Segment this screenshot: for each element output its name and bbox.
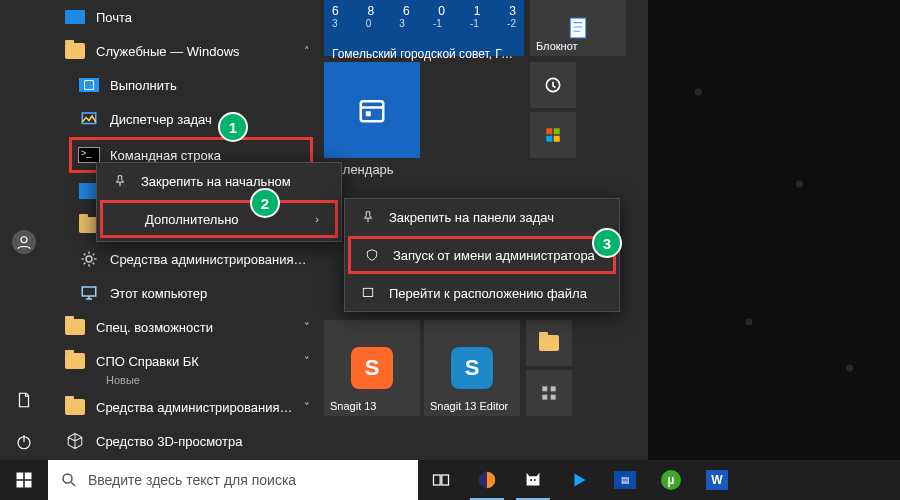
ctx1-more[interactable]: Дополнительно ›: [101, 201, 337, 237]
tile-store[interactable]: [530, 112, 576, 158]
app-3d-label: Средство 3D-просмотра: [96, 434, 310, 449]
ctx1-pin-start[interactable]: Закрепить на начальном: [97, 163, 341, 199]
annotation-badge-1: 1: [218, 112, 248, 142]
svg-rect-21: [363, 288, 372, 296]
svg-rect-22: [17, 473, 24, 480]
taskbar-search-placeholder: Введите здесь текст для поиска: [88, 472, 296, 488]
svg-point-3: [86, 256, 92, 262]
annotation-badge-3: 3: [592, 228, 622, 258]
store-icon: [544, 126, 562, 144]
tile-snagit[interactable]: S Snagit 13: [324, 320, 420, 416]
folder-icon: [65, 399, 85, 415]
svg-point-31: [534, 479, 536, 481]
pc-icon: [80, 284, 98, 302]
app-task-manager[interactable]: Диспетчер задач: [48, 102, 320, 136]
tile-calendar[interactable]: [324, 62, 420, 158]
app-this-pc[interactable]: Этот компьютер: [48, 276, 320, 310]
chevron-down-icon: ˅: [304, 401, 310, 414]
app-3d-viewer[interactable]: Средство 3D-просмотра: [48, 424, 320, 458]
app-admin2-label: Средства администрирования W...: [96, 400, 294, 415]
start-button[interactable]: [0, 460, 48, 500]
taskbar-disk-tool[interactable]: ▤: [602, 460, 648, 500]
app-access-label: Спец. возможности: [96, 320, 294, 335]
app-admin-tools[interactable]: Средства администрирования Win...: [48, 242, 320, 276]
context-menu-1: Закрепить на начальном Дополнительно ›: [96, 162, 342, 242]
folder-icon: [65, 319, 85, 335]
taskmgr-icon: [80, 110, 98, 128]
annotation-badge-2: 2: [250, 188, 280, 218]
app-mail[interactable]: Почта: [48, 0, 320, 34]
svg-rect-4: [82, 287, 96, 296]
app-accessibility[interactable]: Спец. возможности ˅: [48, 310, 320, 344]
clock-icon: [543, 75, 563, 95]
taskbar-utorrent[interactable]: µ: [648, 460, 694, 500]
svg-rect-27: [434, 475, 441, 485]
taskbar-app-cat[interactable]: [510, 460, 556, 500]
app-cmd-label: Командная строка: [110, 148, 302, 163]
svg-rect-19: [542, 395, 547, 400]
svg-rect-15: [366, 111, 371, 116]
svg-rect-13: [554, 136, 560, 142]
file-location-icon: [359, 286, 377, 300]
firefox-icon: [476, 469, 498, 491]
grid-icon: [539, 383, 559, 403]
ctx2-run-as-admin[interactable]: Запуск от имени администратора: [349, 237, 615, 273]
svg-rect-14: [361, 101, 384, 121]
tile-weather-caption: Гомельский городской совет, Го...: [332, 47, 516, 61]
calendar-icon: [357, 95, 387, 125]
ctx2-open-location[interactable]: Перейти к расположению файла: [345, 275, 619, 311]
svg-rect-25: [25, 481, 32, 488]
taskbar-firefox[interactable]: [464, 460, 510, 500]
tile-weather[interactable]: 686013 303-1-1-2 Гомельский городской со…: [324, 0, 524, 56]
search-icon: [60, 471, 78, 489]
play-icon: [568, 469, 590, 491]
svg-point-0: [21, 237, 27, 243]
taskbar-media-player[interactable]: [556, 460, 602, 500]
app-mail-label: Почта: [96, 10, 310, 25]
documents-icon[interactable]: [14, 390, 34, 410]
taskbar-icons: ▤ µ W: [418, 460, 740, 500]
app-spo-label: СПО Справки БК: [96, 354, 294, 369]
power-icon[interactable]: [14, 432, 34, 452]
svg-rect-5: [570, 18, 585, 38]
pin-icon: [111, 174, 129, 188]
app-group-windows-tools[interactable]: Служебные — Windows ˄: [48, 34, 320, 68]
context-menu-2: Закрепить на панели задач Запуск от имен…: [344, 198, 620, 312]
tile-clock[interactable]: [530, 62, 576, 108]
app-run-label: Выполнить: [110, 78, 310, 93]
taskbar-word[interactable]: W: [694, 460, 740, 500]
taskbar-taskview[interactable]: [418, 460, 464, 500]
svg-rect-24: [17, 481, 24, 488]
tile-snagit-editor[interactable]: S Snagit 13 Editor: [424, 320, 520, 416]
folder-icon: [539, 335, 559, 351]
run-icon: [79, 78, 99, 92]
svg-rect-28: [442, 475, 449, 485]
app-taskmgr-label: Диспетчер задач: [110, 112, 310, 127]
svg-rect-20: [551, 395, 556, 400]
app-run[interactable]: Выполнить: [48, 68, 320, 102]
taskbar: Введите здесь текст для поиска ▤ µ W: [0, 460, 900, 500]
taskview-icon: [431, 470, 451, 490]
chevron-down-icon: ˅: [304, 321, 310, 334]
svg-rect-23: [25, 473, 32, 480]
pin-icon: [359, 210, 377, 224]
ctx2-pin-taskbar[interactable]: Закрепить на панели задач: [345, 199, 619, 235]
chevron-up-icon: ˄: [304, 45, 310, 58]
word-icon: W: [706, 470, 728, 490]
tile-generic[interactable]: [526, 370, 572, 416]
folder-icon: [65, 43, 85, 59]
svg-rect-10: [546, 128, 552, 134]
tile-notepad[interactable]: Блокнот: [530, 0, 626, 56]
app-admin-tools-2[interactable]: Средства администрирования W... ˅: [48, 390, 320, 424]
snagit-icon: S: [351, 347, 393, 389]
app-spo[interactable]: СПО Справки БК ˅: [48, 344, 320, 378]
utorrent-icon: µ: [661, 470, 681, 490]
snagit-editor-icon: S: [451, 347, 493, 389]
svg-rect-11: [554, 128, 560, 134]
tile-explorer[interactable]: [526, 320, 572, 366]
user-avatar-icon[interactable]: [12, 230, 36, 254]
taskbar-search[interactable]: Введите здесь текст для поиска: [48, 460, 418, 500]
svg-rect-18: [551, 386, 556, 391]
svg-point-26: [63, 474, 72, 483]
app-thispc-label: Этот компьютер: [110, 286, 310, 301]
